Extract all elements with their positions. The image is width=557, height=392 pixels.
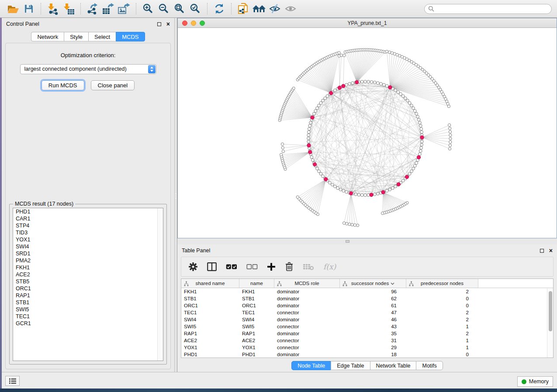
column-header-shared-name[interactable]: shared name [181,279,239,288]
table-cell[interactable]: 2 [406,288,478,295]
table-cell[interactable]: 0 [406,351,478,358]
table-cell[interactable]: dominator [274,288,340,295]
table-cell[interactable]: FKH1 [181,288,239,295]
network-graph[interactable] [178,28,557,238]
table-row[interactable]: RAP1RAP1dominator352 [181,330,553,337]
column-header-successor-nodes[interactable]: successor nodes [340,279,406,288]
mcds-result-item[interactable]: GCR1 [13,320,163,327]
float-window-icon[interactable] [540,249,544,253]
open-file-button[interactable] [5,1,21,16]
table-cell[interactable]: SWI5 [239,323,274,330]
zoom-selected-button[interactable] [187,1,203,16]
tab-network-table[interactable]: Network Table [370,361,417,370]
table-cell[interactable]: 0 [406,302,478,309]
tab-edge-table[interactable]: Edge Table [331,361,370,370]
show-all-button[interactable] [251,1,267,16]
mcds-result-item[interactable]: SWI4 [13,243,163,250]
delete-column-icon[interactable] [285,262,294,272]
hide-selected-button[interactable] [267,1,283,16]
memory-button[interactable]: Memory [517,376,553,387]
tab-network[interactable]: Network [31,32,64,41]
table-cell[interactable]: connector [274,344,340,351]
deselect-all-icon[interactable] [246,264,258,270]
export-table-button[interactable] [100,1,116,16]
mcds-result-list[interactable]: PHD1CAR1STP4TID3YOX1SWI4SRD1PMA2FKH1ACE2… [13,208,163,361]
mcds-result-item[interactable]: TEC1 [13,313,163,320]
table-cell[interactable]: 61 [340,302,406,309]
table-cell[interactable]: 1 [406,344,478,351]
mcds-result-item[interactable]: YOX1 [13,236,163,243]
table-row[interactable]: YOX1YOX1connector291 [181,344,553,351]
close-window-icon[interactable] [182,21,187,26]
table-cell[interactable]: dominator [274,351,340,358]
table-cell[interactable]: 18 [340,351,406,358]
column-header-predecessor-nodes[interactable]: predecessor nodes [406,279,478,288]
tab-motifs[interactable]: Motifs [416,361,443,370]
table-row[interactable]: ACE2ACE2connector311 [181,337,553,344]
close-panel-button[interactable]: Close panel [91,80,135,90]
table-cell[interactable]: 31 [340,337,406,344]
mcds-result-item[interactable]: STB1 [13,299,163,306]
search-box[interactable] [424,4,552,14]
table-cell[interactable]: SWI4 [239,316,274,323]
tab-mcds[interactable]: MCDS [116,32,145,41]
table-cell[interactable]: dominator [274,302,340,309]
table-cell[interactable]: PHD1 [239,351,274,358]
table-cell[interactable]: ORC1 [181,302,239,309]
task-list-button[interactable] [5,376,20,386]
table-scrollbar[interactable] [547,289,553,358]
mcds-result-item[interactable]: SWI5 [13,306,163,313]
mcds-result-item[interactable]: STB5 [13,278,163,285]
table-row[interactable]: ORC1ORC1dominator610 [181,302,553,309]
mcds-list-scrollbar[interactable] [157,208,163,361]
export-network-button[interactable] [85,1,100,16]
table-cell[interactable]: FKH1 [239,288,274,295]
table-cell[interactable]: ACE2 [239,337,274,344]
mcds-result-item[interactable]: STP4 [13,222,163,229]
table-cell[interactable]: dominator [274,295,340,302]
mcds-result-item[interactable]: PMA2 [13,257,163,264]
mcds-result-item[interactable]: RAP1 [13,292,163,299]
mcds-result-item[interactable]: SRD1 [13,250,163,257]
zoom-fit-button[interactable] [172,1,187,16]
export-image-button[interactable] [116,1,132,16]
mcds-result-item[interactable]: ACE2 [13,271,163,278]
column-header-name[interactable]: name [239,279,274,288]
column-header-mcds-role[interactable]: MCDS role [274,279,340,288]
scrollbar-thumb[interactable] [549,291,552,331]
table-cell[interactable]: ORC1 [239,302,274,309]
import-network-button[interactable] [45,1,61,16]
table-cell[interactable]: 2 [406,316,478,323]
table-cell[interactable]: SWI5 [181,323,239,330]
minimize-window-icon[interactable] [191,21,196,26]
tab-node-table[interactable]: Node Table [291,361,331,370]
table-cell[interactable]: 29 [340,344,406,351]
mcds-result-item[interactable]: PHD1 [13,208,163,215]
table-cell[interactable]: dominator [274,330,340,337]
table-row[interactable]: STB1STB1dominator620 [181,295,553,302]
select-all-icon[interactable] [226,264,237,270]
run-mcds-button[interactable]: Run MCDS [42,80,84,90]
float-window-icon[interactable] [157,22,161,26]
table-row[interactable]: SWI5SWI5connector431 [181,323,553,330]
table-cell[interactable]: 62 [340,295,406,302]
network-canvas[interactable] [178,28,557,238]
table-cell[interactable]: SWI4 [181,316,239,323]
table-cell[interactable]: 1 [406,323,478,330]
table-cell[interactable]: PHD1 [181,351,239,358]
table-row[interactable]: FKH1FKH1dominator962 [181,288,553,295]
clone-network-button[interactable] [235,1,251,16]
save-session-button[interactable] [21,1,37,16]
table-row[interactable]: PHD1PHD1dominator180 [181,351,553,358]
table-cell[interactable]: STB1 [181,295,239,302]
table-cell[interactable]: 47 [340,309,406,316]
splitter-grip[interactable] [346,240,349,243]
table-cell[interactable]: dominator [274,316,340,323]
table-row[interactable]: TEC1TEC1connector472 [181,309,553,316]
table-cell[interactable]: YOX1 [181,344,239,351]
table-cell[interactable]: TEC1 [239,309,274,316]
import-table-button[interactable] [61,1,76,16]
search-input[interactable] [436,6,548,12]
mcds-result-item[interactable]: ORC1 [13,285,163,292]
apply-layout-button[interactable] [211,1,227,16]
